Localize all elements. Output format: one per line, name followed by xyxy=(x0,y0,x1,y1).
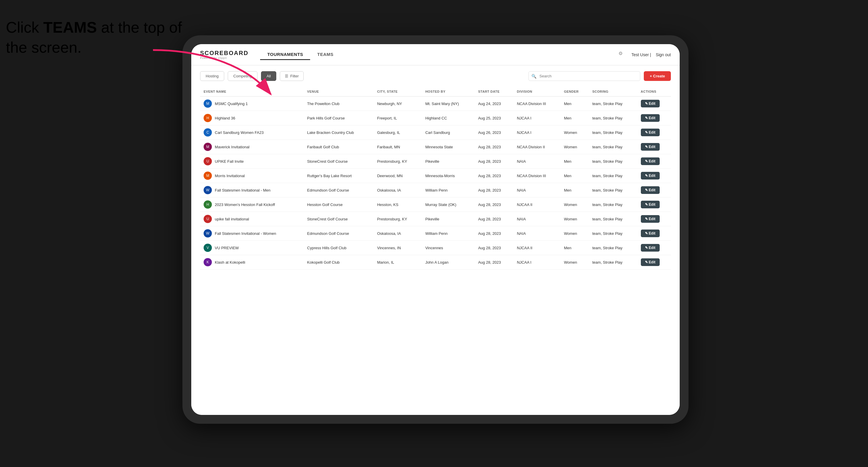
division-cell: NAIA xyxy=(514,183,560,197)
table-row: M Morris Invitational Ruttger's Bay Lake… xyxy=(200,168,671,183)
nav-tabs: TOURNAMENTS TEAMS xyxy=(260,50,619,60)
tab-teams[interactable]: TEAMS xyxy=(310,50,340,60)
hosting-button[interactable]: Hosting xyxy=(200,71,224,81)
edit-button[interactable]: ✎ Edit xyxy=(641,114,660,122)
hosted-by-cell: Pikeville xyxy=(422,154,475,168)
edit-button[interactable]: ✎ Edit xyxy=(641,229,660,237)
table-header: EVENT NAMEVENUECITY, STATEHOSTED BYSTART… xyxy=(200,87,671,96)
event-name: 2023 Women's Hesston Fall Kickoff xyxy=(215,203,275,207)
team-logo: V xyxy=(204,244,212,252)
scoring-cell: team, Stroke Play xyxy=(589,197,637,212)
venue-cell: Ruttger's Bay Lake Resort xyxy=(304,168,374,183)
table-row: W Fall Statesmen Invitational - Women Ed… xyxy=(200,226,671,241)
toolbar: Hosting Competing All ☰ Filter 🔍 + Creat… xyxy=(200,71,671,81)
division-cell: NJCAA I xyxy=(514,111,560,125)
sign-out-link[interactable]: Sign out xyxy=(656,52,671,57)
column-header-scoring: SCORING xyxy=(589,87,637,96)
search-box: 🔍 xyxy=(528,71,640,81)
scoring-cell: team, Stroke Play xyxy=(589,96,637,111)
scoring-cell: team, Stroke Play xyxy=(589,154,637,168)
tab-tournaments[interactable]: TOURNAMENTS xyxy=(260,50,310,60)
city-state-cell: Freeport, IL xyxy=(374,111,422,125)
team-logo: U xyxy=(204,157,212,165)
event-name-cell: K Klash at Kokopelli xyxy=(200,255,304,270)
venue-cell: Edmundson Golf Course xyxy=(304,183,374,197)
gender-cell: Men xyxy=(560,96,589,111)
event-name-cell: W Fall Statesmen Invitational - Men xyxy=(200,183,304,197)
settings-icon[interactable]: ⚙ xyxy=(619,51,627,59)
hosted-by-cell: Highland CC xyxy=(422,111,475,125)
actions-cell: ✎ Edit xyxy=(637,111,671,125)
tablet-screen: SCOREBOARD Powered by clippit TOURNAMENT… xyxy=(191,44,680,415)
edit-button[interactable]: ✎ Edit xyxy=(641,157,660,165)
event-name: upike fall invitational xyxy=(215,217,249,221)
venue-cell: StoneCrest Golf Course xyxy=(304,154,374,168)
actions-cell: ✎ Edit xyxy=(637,168,671,183)
create-button[interactable]: + Create xyxy=(644,71,671,81)
start-date-cell: Aug 28, 2023 xyxy=(475,154,514,168)
start-date-cell: Aug 28, 2023 xyxy=(475,241,514,255)
table-row: M MSMC Qualifying 1 The Powelton ClubNew… xyxy=(200,96,671,111)
edit-button[interactable]: ✎ Edit xyxy=(641,186,660,194)
actions-cell: ✎ Edit xyxy=(637,183,671,197)
filter-button[interactable]: ☰ Filter xyxy=(280,71,304,81)
table-row: H Highland 36 Park Hills Golf CourseFree… xyxy=(200,111,671,125)
team-logo: W xyxy=(204,186,212,194)
edit-button[interactable]: ✎ Edit xyxy=(641,258,660,266)
city-state-cell: Deerwood, MN xyxy=(374,168,422,183)
scoring-cell: team, Stroke Play xyxy=(589,241,637,255)
gender-cell: Men xyxy=(560,241,589,255)
edit-button[interactable]: ✎ Edit xyxy=(641,143,660,151)
team-logo: M xyxy=(204,143,212,151)
venue-cell: StoneCrest Golf Course xyxy=(304,212,374,226)
event-name-cell: M Morris Invitational xyxy=(200,168,304,183)
edit-button[interactable]: ✎ Edit xyxy=(641,129,660,136)
hosted-by-cell: William Penn xyxy=(422,183,475,197)
start-date-cell: Aug 28, 2023 xyxy=(475,212,514,226)
column-header-city--state: CITY, STATE xyxy=(374,87,422,96)
content-area: Hosting Competing All ☰ Filter 🔍 + Creat… xyxy=(191,65,680,415)
actions-cell: ✎ Edit xyxy=(637,212,671,226)
actions-cell: ✎ Edit xyxy=(637,140,671,154)
event-name: Klash at Kokopelli xyxy=(215,260,245,264)
event-name: UPIKE Fall Invite xyxy=(215,159,244,164)
search-input[interactable] xyxy=(528,71,640,81)
edit-button[interactable]: ✎ Edit xyxy=(641,172,660,180)
city-state-cell: Newburgh, NY xyxy=(374,96,422,111)
team-logo: H xyxy=(204,200,212,209)
city-state-cell: Prestonsburg, KY xyxy=(374,154,422,168)
actions-cell: ✎ Edit xyxy=(637,241,671,255)
start-date-cell: Aug 28, 2023 xyxy=(475,197,514,212)
start-date-cell: Aug 25, 2023 xyxy=(475,111,514,125)
start-date-cell: Aug 28, 2023 xyxy=(475,226,514,241)
edit-button[interactable]: ✎ Edit xyxy=(641,201,660,208)
division-cell: NAIA xyxy=(514,212,560,226)
scoring-cell: team, Stroke Play xyxy=(589,255,637,270)
event-name-cell: M MSMC Qualifying 1 xyxy=(200,96,304,111)
gender-cell: Women xyxy=(560,212,589,226)
event-name-cell: U UPIKE Fall Invite xyxy=(200,154,304,168)
competing-button[interactable]: Competing xyxy=(228,71,257,81)
division-cell: NJCAA I xyxy=(514,255,560,270)
edit-button[interactable]: ✎ Edit xyxy=(641,215,660,223)
logo-area: SCOREBOARD Powered by clippit xyxy=(200,50,248,59)
hosted-by-cell: Mt. Saint Mary (NY) xyxy=(422,96,475,111)
table-body: M MSMC Qualifying 1 The Powelton ClubNew… xyxy=(200,96,671,270)
division-cell: NAIA xyxy=(514,154,560,168)
table-row: H 2023 Women's Hesston Fall Kickoff Hess… xyxy=(200,197,671,212)
actions-cell: ✎ Edit xyxy=(637,255,671,270)
team-logo: U xyxy=(204,215,212,223)
instruction-text: Click TEAMS at the top of the screen. xyxy=(6,18,182,57)
edit-button[interactable]: ✎ Edit xyxy=(641,100,660,107)
team-logo: H xyxy=(204,114,212,122)
gender-cell: Women xyxy=(560,226,589,241)
event-name-cell: C Carl Sandburg Women FA23 xyxy=(200,125,304,140)
venue-cell: Cypress Hills Golf Club xyxy=(304,241,374,255)
gender-cell: Men xyxy=(560,154,589,168)
all-button[interactable]: All xyxy=(261,71,276,81)
event-name: Carl Sandburg Women FA23 xyxy=(215,130,264,135)
nav-user-label: Test User | xyxy=(631,52,651,57)
event-name-cell: W Fall Statesmen Invitational - Women xyxy=(200,226,304,241)
logo-subtitle: Powered by clippit xyxy=(200,57,248,59)
edit-button[interactable]: ✎ Edit xyxy=(641,244,660,252)
